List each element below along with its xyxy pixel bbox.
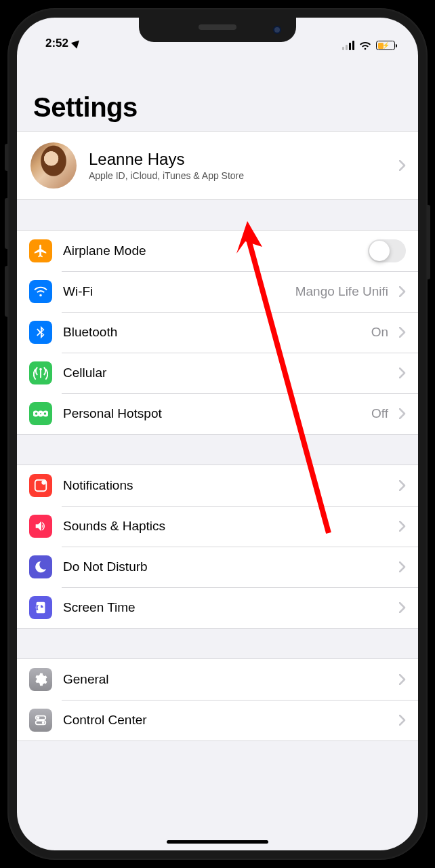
- toggle-knob: [369, 241, 390, 261]
- apple-id-row[interactable]: Leanne Hays Apple ID, iCloud, iTunes & A…: [17, 132, 418, 199]
- chevron-right-icon: [399, 561, 406, 572]
- airplane-icon: [29, 239, 52, 262]
- airplane-mode-toggle[interactable]: [368, 239, 406, 262]
- dnd-icon: [29, 555, 52, 578]
- row-label: Wi-Fi: [63, 284, 285, 299]
- hotspot-icon: [29, 402, 52, 425]
- profile-section[interactable]: Leanne Hays Apple ID, iCloud, iTunes & A…: [17, 131, 418, 200]
- volume-up-button: [5, 198, 8, 249]
- bluetooth-icon: [29, 321, 52, 344]
- volume-down-button: [5, 266, 8, 317]
- row-label: Sounds & Haptics: [63, 519, 388, 534]
- row-label: Control Center: [63, 713, 388, 728]
- profile-subtitle: Apple ID, iCloud, iTunes & App Store: [89, 170, 387, 181]
- svg-point-1: [35, 412, 39, 416]
- notch: [139, 18, 296, 42]
- home-indicator[interactable]: [167, 840, 268, 844]
- page-title: Settings: [33, 92, 402, 123]
- status-right: ⚡: [342, 41, 395, 50]
- wifi-row[interactable]: Wi-Fi Mango Life Unifi: [17, 271, 418, 312]
- row-label: Cellular: [63, 366, 388, 380]
- location-services-icon: [71, 37, 82, 48]
- clock: 2:52: [45, 37, 68, 50]
- avatar: [30, 142, 77, 189]
- phone-frame: 2:52 ⚡ Setting: [7, 8, 428, 860]
- row-label: Bluetooth: [63, 325, 360, 340]
- svg-point-9: [42, 722, 45, 724]
- notifications-section: Notifications Sounds & Haptics Do Not Di…: [17, 465, 418, 629]
- battery-icon: ⚡: [376, 41, 395, 50]
- front-camera: [273, 26, 281, 34]
- chevron-right-icon: [399, 480, 406, 491]
- chevron-right-icon: [399, 602, 406, 613]
- svg-point-7: [37, 717, 40, 719]
- charging-bolt-icon: ⚡: [382, 42, 390, 49]
- control-center-icon: [29, 709, 52, 732]
- chevron-right-icon: [399, 160, 406, 171]
- chevron-right-icon: [399, 327, 406, 338]
- general-row[interactable]: General: [17, 659, 418, 700]
- cellular-icon: [29, 361, 52, 384]
- cellular-signal-icon: [342, 41, 354, 50]
- wifi-icon: [29, 280, 52, 303]
- svg-point-2: [43, 412, 47, 416]
- notifications-row[interactable]: Notifications: [17, 465, 418, 506]
- row-label: General: [63, 672, 388, 687]
- connectivity-section: Airplane Mode Wi-Fi Mango Life Unifi B: [17, 230, 418, 435]
- row-label: Do Not Disturb: [63, 559, 388, 574]
- sounds-icon: [29, 515, 52, 538]
- row-label: Personal Hotspot: [63, 406, 360, 421]
- profile-name: Leanne Hays: [89, 150, 387, 169]
- header: Settings: [17, 52, 418, 131]
- screen: 2:52 ⚡ Setting: [17, 18, 418, 850]
- control-center-row[interactable]: Control Center: [17, 700, 418, 741]
- sounds-row[interactable]: Sounds & Haptics: [17, 506, 418, 547]
- chevron-right-icon: [399, 408, 406, 419]
- svg-point-4: [41, 480, 45, 484]
- chevron-right-icon: [399, 521, 406, 532]
- status-left: 2:52: [45, 37, 81, 50]
- row-value: Mango Life Unifi: [295, 284, 388, 299]
- notifications-icon: [29, 474, 52, 497]
- silence-switch: [5, 144, 8, 171]
- general-icon: [29, 668, 52, 691]
- chevron-right-icon: [399, 368, 406, 378]
- chevron-right-icon: [399, 286, 406, 297]
- wifi-icon: [359, 41, 371, 50]
- screentime-row[interactable]: Screen Time: [17, 587, 418, 628]
- row-label: Screen Time: [63, 600, 388, 615]
- hotspot-row[interactable]: Personal Hotspot Off: [17, 393, 418, 434]
- row-value: On: [371, 325, 388, 340]
- general-section: General Control Center: [17, 658, 418, 741]
- row-label: Airplane Mode: [63, 243, 357, 258]
- bluetooth-row[interactable]: Bluetooth On: [17, 312, 418, 353]
- screentime-icon: [29, 596, 52, 619]
- row-value: Off: [371, 406, 388, 421]
- svg-point-0: [39, 412, 43, 416]
- chevron-right-icon: [399, 674, 406, 685]
- speaker: [199, 24, 236, 30]
- dnd-row[interactable]: Do Not Disturb: [17, 547, 418, 587]
- chevron-right-icon: [399, 715, 406, 726]
- row-label: Notifications: [63, 478, 388, 493]
- airplane-mode-row[interactable]: Airplane Mode: [17, 231, 418, 271]
- power-button: [427, 205, 430, 279]
- cellular-row[interactable]: Cellular: [17, 353, 418, 393]
